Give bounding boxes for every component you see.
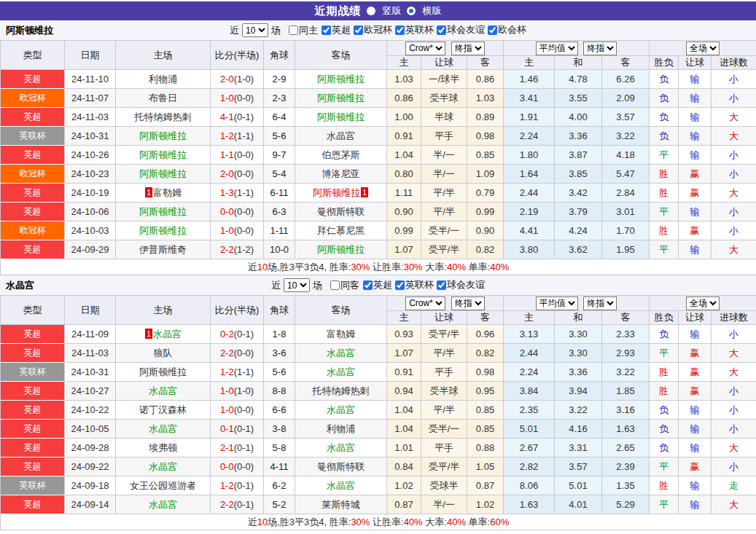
league-checkbox[interactable] [363,280,373,290]
odds-time-select[interactable]: 终指 [451,297,485,310]
home-team-link[interactable]: 阿斯顿维拉 [139,206,187,217]
away-team-link[interactable]: 水晶宫 [327,404,355,415]
away-team-link[interactable]: 阿斯顿维拉 [317,74,365,85]
away-team-link[interactable]: 阿斯顿维拉 [313,187,360,198]
away-team-link[interactable]: 伯恩茅斯 [322,149,360,160]
home-team-link[interactable]: 水晶宫 [149,461,177,472]
league-checkbox[interactable] [488,25,497,35]
average-time-select[interactable]: 终指 [583,42,617,55]
home-team-link[interactable]: 利物浦 [149,74,177,85]
home-team-link[interactable]: 富勒姆 [153,187,182,198]
horizontal-layout-radio[interactable] [407,7,416,15]
home-team-link[interactable]: 水晶宫 [153,329,182,339]
fulltime-score[interactable]: 0-0 [220,461,234,472]
average-select[interactable]: 平均值 [536,297,578,310]
fulltime-score[interactable]: 1-2 [220,130,234,141]
match-count-select[interactable]: 10 [242,23,268,37]
fulltime-score[interactable]: 0-1 [220,423,234,434]
fulltime-score[interactable]: 2-1 [220,442,234,453]
home-team-link[interactable]: 诺丁汉森林 [139,404,187,415]
away-team-link[interactable]: 托特纳姆热刺 [313,385,370,396]
same-venue-filter[interactable]: 同客 [327,279,359,292]
fulltime-score[interactable]: 4-1 [220,111,234,122]
bookmaker-select[interactable]: Crow* [405,42,445,55]
home-team-link[interactable]: 水晶宫 [149,385,177,396]
fulltime-score[interactable]: 2-2 [220,499,234,510]
away-team-link[interactable]: 水晶宫 [327,442,355,453]
home-team-link[interactable]: 阿斯顿维拉 [139,225,187,236]
league-checkbox[interactable] [395,280,405,290]
league-filter[interactable]: 英联杯 [392,23,434,36]
fulltime-score[interactable]: 1-0 [220,225,234,236]
table-row: 英超 24-09-14 水晶宫 2-2(0-1) 5-2 莱斯特城 0.87 半… [1,495,756,514]
away-team-link[interactable]: 曼彻斯特联 [317,461,365,472]
league-checkbox[interactable] [322,25,331,35]
home-team-link[interactable]: 埃弗顿 [149,442,177,453]
away-team-link[interactable]: 水晶宫 [327,480,355,491]
fulltime-score[interactable]: 2-0 [220,74,234,85]
home-team-link[interactable]: 托特纳姆热刺 [135,111,192,122]
odds-time-select[interactable]: 终指 [451,42,485,55]
home-team-link[interactable]: 阿斯顿维拉 [139,366,187,377]
league-checkbox[interactable] [437,25,446,35]
away-team-link[interactable]: 阿斯顿维拉 [317,111,365,122]
match-count-select[interactable]: 10 [284,278,310,292]
match-date: 24-10-03 [65,221,116,240]
horizontal-layout-label[interactable]: 横版 [423,4,442,17]
home-team-link[interactable]: 水晶宫 [149,423,177,434]
league-checkbox[interactable] [437,280,446,290]
bookmaker-select[interactable]: Crow* [405,297,445,310]
fulltime-score[interactable]: 2-0 [220,168,234,179]
fulltime-score[interactable]: 1-0 [220,385,234,396]
away-team-link[interactable]: 水晶宫 [327,130,355,141]
away-team-link[interactable]: 利物浦 [327,423,355,434]
league-checkbox[interactable] [395,25,405,35]
league-filter[interactable]: 英超 [319,23,351,36]
home-team-link[interactable]: 阿斯顿维拉 [139,149,187,160]
fulltime-score[interactable]: 1-2 [220,480,234,491]
fulltime-score[interactable]: 1-3 [220,187,234,198]
fulltime-score[interactable]: 1-0 [220,404,234,415]
league-checkbox[interactable] [354,25,363,35]
vertical-layout-radio[interactable] [367,7,375,15]
home-team-link[interactable]: 狼队 [154,348,173,358]
fulltime-score[interactable]: 1-0 [220,93,234,103]
away-team-link[interactable]: 博洛尼亚 [322,168,360,179]
league-filter[interactable]: 欧会杯 [485,23,526,36]
league-filter[interactable]: 欧冠杯 [351,23,392,36]
same-venue-checkbox[interactable] [330,280,340,290]
fulltime-score[interactable]: 1-1 [220,149,234,160]
away-team-link[interactable]: 莱斯特城 [322,499,360,510]
same-venue-checkbox[interactable] [289,25,298,35]
fulltime-score[interactable]: 2-2 [220,348,234,358]
away-team-link[interactable]: 阿斯顿维拉 [317,93,365,103]
average-time-select[interactable]: 终指 [583,297,617,310]
fulltime-score[interactable]: 0-2 [220,329,234,339]
scope-select[interactable]: 全场 [686,297,720,310]
scope-select[interactable]: 全场 [686,42,720,55]
away-team-link[interactable]: 水晶宫 [327,348,355,358]
fulltime-score[interactable]: 0-0 [220,206,234,217]
home-team-link[interactable]: 伊普斯维奇 [139,244,187,255]
away-team-link[interactable]: 曼彻斯特联 [317,206,365,217]
same-venue-filter[interactable]: 同主 [286,24,318,37]
fulltime-score[interactable]: 1-2 [220,366,234,377]
league-filter[interactable]: 球会友谊 [434,278,485,291]
away-team-link[interactable]: 拜仁慕尼黑 [317,225,365,236]
league-filter[interactable]: 英联杯 [392,278,434,291]
away-team-link[interactable]: 水晶宫 [327,366,355,377]
league-filter[interactable]: 英超 [360,278,392,291]
average-select[interactable]: 平均值 [536,42,578,55]
col-handicap-result: 让球 [679,311,712,325]
fulltime-score[interactable]: 2-2 [220,244,234,255]
home-team-link[interactable]: 阿斯顿维拉 [139,130,187,141]
home-team-link[interactable]: 水晶宫 [149,499,177,510]
away-team-link[interactable]: 阿斯顿维拉 [317,244,365,255]
league-filter[interactable]: 球会友谊 [434,23,485,36]
away-team-link[interactable]: 富勒姆 [327,329,355,339]
home-team-link[interactable]: 阿斯顿维拉 [139,168,187,179]
home-team-link[interactable]: 布鲁日 [149,93,177,103]
home-team-link[interactable]: 女王公园巡游者 [130,480,196,491]
vertical-layout-label[interactable]: 竖版 [383,4,402,17]
summary-segment: 30% [351,262,370,272]
